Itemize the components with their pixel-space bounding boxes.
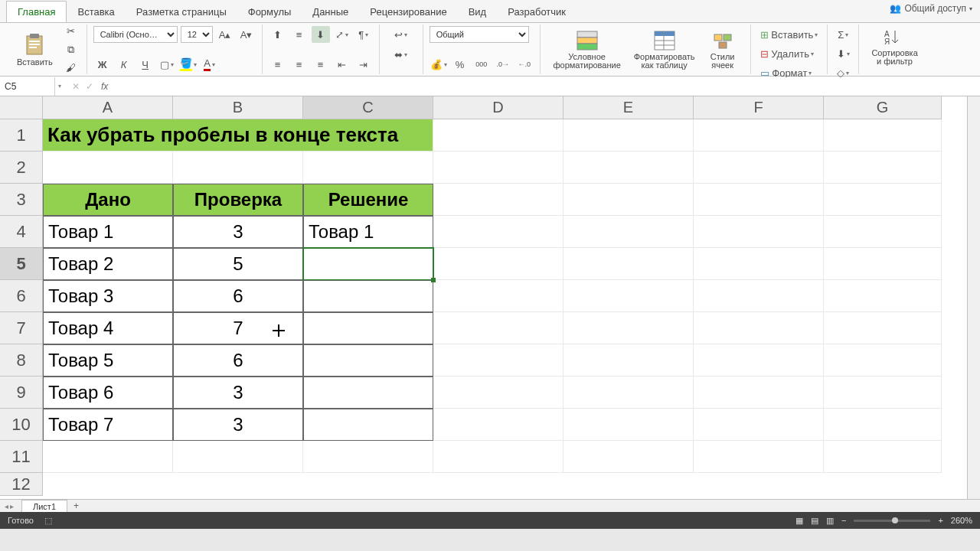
table-cell[interactable] bbox=[303, 344, 433, 377]
view-page-layout-button[interactable]: ▤ bbox=[811, 516, 818, 526]
row-header-2[interactable]: 2 bbox=[0, 152, 43, 184]
conditional-formatting-button[interactable]: Условное форматирование bbox=[547, 26, 628, 73]
decrease-decimal-button[interactable]: ←.0 bbox=[515, 56, 534, 73]
tab-data[interactable]: Данные bbox=[302, 2, 359, 22]
macro-record-icon[interactable]: ⬚ bbox=[44, 516, 52, 526]
cell[interactable] bbox=[694, 216, 824, 248]
sheet-nav-first[interactable]: ◂ bbox=[5, 502, 8, 510]
delete-cells-button[interactable]: ⊟ Удалить bbox=[757, 45, 817, 62]
cell[interactable] bbox=[433, 280, 564, 312]
tab-insert[interactable]: Вставка bbox=[67, 2, 125, 22]
cell[interactable] bbox=[694, 184, 824, 216]
sheet-tab[interactable]: Лист1 bbox=[21, 500, 67, 513]
cell[interactable] bbox=[433, 216, 564, 248]
spreadsheet-grid[interactable]: A B C D E F G 1 2 3 4 5 6 7 8 9 10 11 12… bbox=[0, 96, 980, 512]
col-header-D[interactable]: D bbox=[433, 96, 564, 119]
cell[interactable] bbox=[824, 409, 942, 441]
row-header-1[interactable]: 1 bbox=[0, 119, 43, 152]
row-header-4[interactable]: 4 bbox=[0, 216, 43, 248]
align-right-button[interactable]: ≡ bbox=[312, 56, 330, 73]
col-header-B[interactable]: B bbox=[173, 96, 303, 119]
underline-button[interactable]: Ч bbox=[136, 56, 155, 73]
table-cell[interactable]: 5 bbox=[173, 248, 303, 280]
cell[interactable] bbox=[433, 377, 564, 409]
table-cell[interactable] bbox=[303, 409, 433, 441]
table-cell[interactable]: 6 bbox=[173, 344, 303, 377]
align-middle-button[interactable]: ≡ bbox=[290, 26, 309, 43]
cell[interactable] bbox=[824, 216, 942, 248]
cell[interactable] bbox=[564, 441, 694, 473]
view-page-break-button[interactable]: ▥ bbox=[826, 516, 834, 526]
increase-font-button[interactable]: A▴ bbox=[216, 26, 234, 43]
cell[interactable] bbox=[824, 441, 942, 473]
tab-home[interactable]: Главная bbox=[6, 1, 67, 22]
table-cell[interactable] bbox=[303, 377, 433, 409]
col-header-F[interactable]: F bbox=[694, 96, 824, 119]
cell[interactable] bbox=[564, 152, 694, 184]
zoom-slider[interactable] bbox=[854, 520, 930, 522]
cell[interactable] bbox=[824, 280, 942, 312]
zoom-out-button[interactable]: − bbox=[841, 516, 846, 525]
add-sheet-button[interactable]: + bbox=[67, 499, 85, 512]
align-top-button[interactable]: ⬆ bbox=[269, 26, 287, 43]
merge-button[interactable]: ⬌ bbox=[386, 46, 416, 63]
cell[interactable] bbox=[694, 441, 824, 473]
share-button[interactable]: 👥 Общий доступ ▾ bbox=[890, 3, 972, 14]
cell[interactable] bbox=[824, 119, 942, 152]
col-header-G[interactable]: G bbox=[824, 96, 942, 119]
table-cell[interactable]: Товар 5 bbox=[43, 344, 173, 377]
copy-button[interactable]: ⧉ bbox=[62, 41, 80, 58]
formula-input[interactable] bbox=[113, 77, 980, 96]
row-header-3[interactable]: 3 bbox=[0, 184, 43, 216]
enter-icon[interactable]: ✓ bbox=[86, 81, 93, 92]
cell[interactable] bbox=[824, 248, 942, 280]
cell[interactable] bbox=[173, 152, 303, 184]
cell-styles-button[interactable]: Стили ячеек bbox=[701, 26, 744, 73]
sort-filter-button[interactable]: АЯ Сортировка и фильтр bbox=[865, 26, 923, 67]
format-painter-button[interactable]: 🖌 bbox=[62, 60, 80, 77]
autosum-button[interactable]: Σ bbox=[834, 26, 852, 43]
tab-developer[interactable]: Разработчик bbox=[497, 2, 577, 22]
col-header-E[interactable]: E bbox=[564, 96, 694, 119]
cell[interactable] bbox=[433, 409, 564, 441]
table-cell[interactable]: Товар 2 bbox=[43, 248, 173, 280]
cell[interactable] bbox=[694, 377, 824, 409]
table-cell[interactable]: Товар 4 bbox=[43, 312, 173, 344]
cell[interactable] bbox=[564, 184, 694, 216]
cancel-icon[interactable]: ✕ bbox=[72, 81, 80, 92]
font-size-select[interactable]: 12 bbox=[181, 26, 213, 43]
comma-button[interactable]: 000 bbox=[472, 56, 491, 73]
chevron-down-icon[interactable]: ▾ bbox=[55, 83, 64, 90]
cell[interactable] bbox=[694, 344, 824, 377]
increase-decimal-button[interactable]: .0→ bbox=[494, 56, 512, 73]
cell[interactable] bbox=[564, 344, 694, 377]
row-header-9[interactable]: 9 bbox=[0, 377, 43, 409]
decrease-indent-button[interactable]: ⇤ bbox=[333, 56, 351, 73]
select-all-corner[interactable] bbox=[0, 96, 43, 119]
cell[interactable] bbox=[303, 152, 433, 184]
row-header-6[interactable]: 6 bbox=[0, 280, 43, 312]
row-header-8[interactable]: 8 bbox=[0, 344, 43, 377]
cell-title[interactable]: Как убрать пробелы в конце текста bbox=[43, 119, 433, 152]
cell[interactable] bbox=[433, 312, 564, 344]
cut-button[interactable]: ✂ bbox=[62, 23, 80, 40]
insert-cells-button[interactable]: ⊞ Вставить bbox=[757, 26, 822, 43]
cell[interactable] bbox=[824, 184, 942, 216]
cell[interactable] bbox=[694, 312, 824, 344]
italic-button[interactable]: К bbox=[115, 56, 133, 73]
cell[interactable] bbox=[433, 248, 564, 280]
align-bottom-button[interactable]: ⬇ bbox=[312, 26, 330, 43]
cell[interactable] bbox=[824, 312, 942, 344]
cell[interactable] bbox=[824, 344, 942, 377]
row-header-12[interactable]: 12 bbox=[0, 473, 43, 496]
view-normal-button[interactable]: ▦ bbox=[795, 516, 803, 526]
decrease-font-button[interactable]: A▾ bbox=[237, 26, 256, 43]
tab-formulas[interactable]: Формулы bbox=[237, 2, 302, 22]
cell[interactable] bbox=[824, 152, 942, 184]
cell[interactable] bbox=[433, 119, 564, 152]
zoom-level[interactable]: 260% bbox=[951, 516, 972, 525]
cell[interactable] bbox=[303, 441, 433, 473]
fx-icon[interactable]: fx bbox=[101, 81, 108, 92]
number-format-select[interactable]: Общий bbox=[430, 26, 529, 43]
cell[interactable] bbox=[564, 119, 694, 152]
